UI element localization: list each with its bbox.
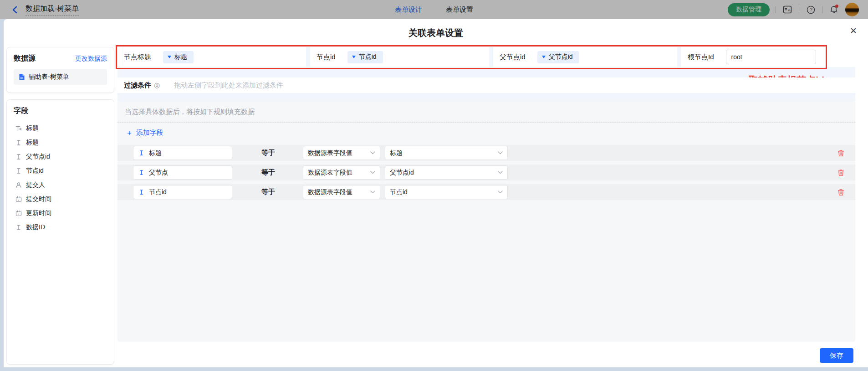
select-value: 数据源表字段值 [308, 169, 352, 177]
app-screen: 数据加载-树菜单 表单设计 表单设置 数据管理 A ? 关联表单 [0, 0, 868, 371]
field-item[interactable]: 7 更新时间 [14, 206, 107, 220]
rule-row: 父节点 等于 数据源表字段值 父节点id [117, 165, 855, 180]
datasource-item-label: 辅助表-树菜单 [29, 73, 69, 81]
chevron-down-icon [370, 151, 375, 155]
parent-node-id-mapping: 父节点id 父节点id [493, 47, 677, 67]
fields-list: 标题 标题 父节点id 节点id [14, 121, 107, 234]
chevron-down-icon [498, 171, 503, 174]
rule-field-input[interactable]: 标题 [133, 146, 232, 160]
notification-badge [835, 5, 838, 8]
change-datasource-link[interactable]: 更改数据源 [75, 55, 107, 63]
filter-drop-zone[interactable]: 拖动左侧字段到此处来添加过滤条件 [174, 81, 283, 90]
add-field-label: 添加字段 [136, 129, 163, 137]
parent-node-id-field-tag[interactable]: 父节点id [537, 51, 579, 63]
value-source-select[interactable]: 数据源表字段值 [303, 146, 380, 160]
value-source-select[interactable]: 数据源表字段值 [303, 185, 380, 199]
field-item[interactable]: 标题 [14, 135, 107, 149]
filter-help-icon[interactable]: ◎ [154, 81, 160, 89]
rule-field-label: 标题 [149, 149, 162, 157]
modal-title: 关联表单设置 [4, 19, 868, 39]
chevron-down-icon [370, 191, 375, 194]
directory-icon[interactable]: A [782, 4, 793, 15]
source-field-select[interactable]: 标题 [385, 146, 508, 160]
field-item[interactable]: 7 提交时间 [14, 192, 107, 206]
datasource-card: 数据源 更改数据源 辅助表-树菜单 [6, 47, 114, 93]
plus-icon: ＋ [126, 129, 133, 137]
rule-rows: 标题 等于 数据源表字段值 标题 [117, 145, 855, 204]
rule-row: 节点id 等于 数据源表字段值 节点id [117, 184, 855, 200]
root-node-id-input[interactable] [726, 50, 816, 64]
back-icon[interactable] [9, 4, 20, 15]
field-item[interactable]: 父节点id [14, 149, 107, 164]
field-item[interactable]: 提交人 [14, 178, 107, 192]
tag-value: 节点id [359, 53, 377, 61]
person-icon [15, 182, 22, 188]
tab-form-design[interactable]: 表单设计 [395, 5, 422, 14]
spacer [117, 93, 855, 102]
select-value: 数据源表字段值 [308, 149, 352, 157]
title-icon [15, 125, 22, 132]
help-icon[interactable]: ? [805, 4, 816, 15]
document-icon [18, 73, 25, 81]
source-field-select[interactable]: 父节点id [385, 165, 508, 180]
operator-label: 等于 [261, 168, 288, 177]
chevron-down-icon [352, 56, 356, 58]
notification-bell-icon[interactable] [828, 4, 839, 15]
field-item[interactable]: 节点id [14, 164, 107, 178]
chevron-down-icon [370, 171, 375, 174]
avatar[interactable] [845, 3, 859, 16]
save-button[interactable]: 保存 [820, 348, 853, 363]
svg-text:?: ? [809, 7, 812, 12]
rule-row: 标题 等于 数据源表字段值 标题 [117, 145, 855, 161]
node-id-field-tag[interactable]: 节点id [347, 51, 383, 63]
field-item-label: 标题 [26, 139, 39, 147]
value-source-select[interactable]: 数据源表字段值 [303, 165, 380, 180]
source-field-select[interactable]: 节点id [385, 185, 508, 199]
text-icon [15, 168, 22, 174]
data-manage-button[interactable]: 数据管理 [728, 3, 770, 16]
datasource-title: 数据源 [14, 54, 36, 63]
topbar-left: 数据加载-树菜单 [9, 4, 79, 15]
text-icon [138, 170, 145, 175]
svg-text:7: 7 [18, 198, 20, 201]
rule-field-label: 父节点 [149, 169, 168, 177]
field-item[interactable]: 数据ID [14, 220, 107, 234]
field-item-label: 节点id [26, 167, 44, 175]
field-item-label: 标题 [26, 124, 39, 133]
fields-card: 字段 标题 标题 父节点id [6, 99, 114, 365]
topbar: 数据加载-树菜单 表单设计 表单设置 数据管理 A ? [0, 0, 868, 19]
delete-row-icon[interactable] [837, 189, 844, 196]
field-item-label: 提交人 [26, 181, 45, 189]
main-content: 节点标题 标题 节点id 节点id 父节点id [117, 47, 855, 366]
delete-row-icon[interactable] [837, 169, 844, 176]
field-item-label: 更新时间 [26, 209, 51, 217]
center-tabs: 表单设计 表单设置 [395, 5, 473, 14]
chevron-down-icon [498, 191, 503, 194]
fields-title: 字段 [14, 106, 107, 116]
text-icon [138, 189, 145, 195]
add-field-button[interactable]: ＋ 添加字段 [126, 129, 163, 137]
divider [822, 6, 822, 13]
datasource-header: 数据源 更改数据源 [14, 54, 107, 63]
node-title-field-tag[interactable]: 标题 [163, 51, 194, 63]
delete-row-icon[interactable] [837, 149, 844, 157]
rule-field-input[interactable]: 节点id [133, 185, 232, 199]
rule-field-input[interactable]: 父节点 [133, 165, 232, 180]
text-icon [138, 150, 145, 156]
calendar-icon: 7 [15, 196, 22, 202]
parent-node-id-label: 父节点id [500, 53, 526, 62]
operator-label: 等于 [261, 188, 288, 196]
tab-form-settings[interactable]: 表单设置 [446, 5, 473, 14]
calendar-icon: 7 [15, 210, 22, 216]
select-value: 父节点id [390, 169, 414, 177]
divider [776, 6, 776, 13]
datasource-item[interactable]: 辅助表-树菜单 [14, 69, 107, 85]
tag-value: 标题 [174, 53, 187, 61]
text-icon [15, 154, 22, 160]
close-icon[interactable]: ✕ [850, 26, 857, 35]
select-value: 标题 [390, 149, 403, 157]
root-node-id-label: 根节点Id [688, 53, 714, 62]
field-item[interactable]: 标题 [14, 121, 107, 135]
form-title[interactable]: 数据加载-树菜单 [26, 4, 79, 15]
text-icon [15, 139, 22, 146]
